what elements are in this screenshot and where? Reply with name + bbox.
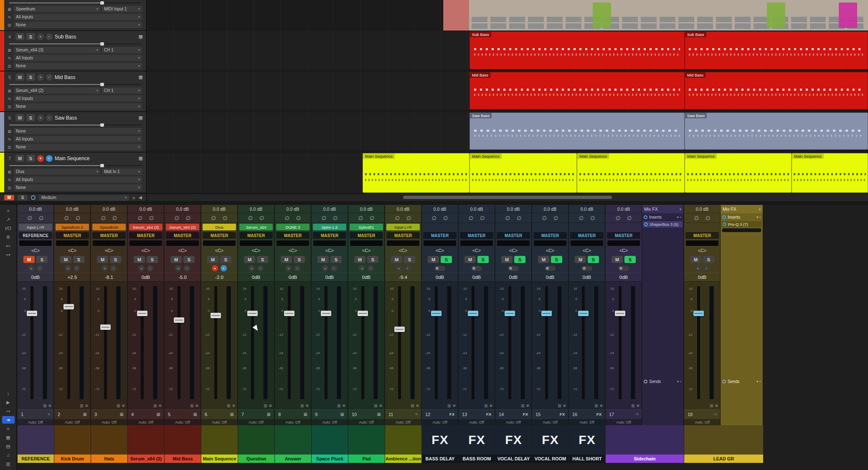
polarity-invert-button[interactable]: ∅ xyxy=(285,215,289,221)
pan-value[interactable]: <C> xyxy=(385,247,421,254)
record-arm-button[interactable]: ● xyxy=(249,265,255,271)
mono-toggle-button[interactable] xyxy=(471,266,482,271)
channel-name[interactable]: LEAD GR xyxy=(684,455,763,463)
pan-value[interactable]: <C> xyxy=(18,247,53,254)
fader-track[interactable] xyxy=(582,286,585,399)
solo-button[interactable]: S xyxy=(26,155,35,162)
selected-pattern-clip[interactable] xyxy=(443,0,469,31)
volume-value[interactable]: +2.5 xyxy=(54,273,90,281)
volume-value[interactable]: 0dB xyxy=(128,273,164,281)
meter-mode-icon[interactable]: ▥ xyxy=(484,404,488,408)
fader-track[interactable] xyxy=(178,286,180,399)
volume-value[interactable]: 0dB xyxy=(238,273,274,281)
midi-channel-select[interactable]: Midi In 1▾ xyxy=(102,169,142,175)
pan-slider[interactable] xyxy=(686,240,718,246)
piano-roll-icon[interactable]: ▦ xyxy=(139,115,143,120)
monitor-button[interactable]: ◐ xyxy=(294,265,300,271)
fader-handle[interactable] xyxy=(431,311,442,316)
input-gain-knob[interactable]: ∅ xyxy=(259,215,264,221)
polarity-invert-button[interactable]: ∅ xyxy=(64,215,69,221)
input-gain-knob[interactable]: ∅ xyxy=(149,215,154,221)
power-icon[interactable] xyxy=(722,215,726,219)
output-route-button[interactable]: MASTER xyxy=(570,232,604,239)
add-icon[interactable]: ⊕ xyxy=(599,404,603,408)
power-icon[interactable] xyxy=(644,222,648,226)
add-icon[interactable]: ⊕ xyxy=(379,404,382,408)
volume-value[interactable]: 0dB xyxy=(459,273,495,281)
automation-mode[interactable]: Auto: Off xyxy=(238,419,274,425)
solo-button[interactable]: S xyxy=(330,256,342,263)
mute-button[interactable]: M xyxy=(15,74,24,81)
input-gain-knob[interactable]: ∅ xyxy=(333,215,338,221)
mute-button[interactable]: M xyxy=(15,33,24,40)
record-arm-button[interactable]: ● xyxy=(175,265,181,271)
add-icon[interactable]: ⊕ xyxy=(342,404,345,408)
meter-mode-icon[interactable]: ▥ xyxy=(337,404,341,408)
input-gain-knob[interactable]: ∅ xyxy=(443,215,448,221)
add-icon[interactable]: ⊕ xyxy=(563,404,566,408)
channel-name[interactable]: VOCAL DELAY xyxy=(495,455,532,463)
midi-channel-select[interactable]: CH 1▾ xyxy=(102,47,142,53)
mute-button[interactable]: M xyxy=(391,256,402,263)
meter-mode-icon[interactable]: ▥ xyxy=(190,404,194,408)
add-icon[interactable]: ⊕ xyxy=(158,404,162,408)
monitor-button[interactable]: ◐ xyxy=(37,265,43,271)
pan-value[interactable]: <C> xyxy=(238,247,274,254)
groups-view-icon[interactable]: ▤ xyxy=(2,442,15,450)
solo-button[interactable]: S xyxy=(257,256,268,263)
meter-mode-icon[interactable]: ▥ xyxy=(594,404,598,408)
output-route-button[interactable]: MASTER xyxy=(313,232,346,239)
mute-button[interactable]: M xyxy=(15,114,24,121)
mute-button[interactable]: M xyxy=(60,256,71,263)
narrow-icon[interactable]: ▶ xyxy=(2,398,15,406)
detach-icon[interactable]: ↗ xyxy=(2,216,15,223)
channel-name[interactable]: REFERENCE xyxy=(18,455,54,463)
input-select[interactable]: All Inputs▾ xyxy=(14,55,142,61)
fader-handle[interactable] xyxy=(394,327,405,332)
solo-button[interactable]: S xyxy=(404,256,415,263)
pan-slider[interactable] xyxy=(19,240,52,246)
pan-value[interactable]: <C> xyxy=(128,247,164,254)
output-route-button[interactable]: MASTER xyxy=(56,232,89,239)
input-gain-knob[interactable]: ∅ xyxy=(370,215,374,221)
track-volume-slider[interactable] xyxy=(9,123,141,127)
pan-value[interactable]: <C> xyxy=(606,247,642,254)
polarity-invert-button[interactable]: ∅ xyxy=(211,215,216,221)
solo-button[interactable]: S xyxy=(703,256,714,263)
monitor-button[interactable]: ◐ xyxy=(46,74,53,81)
fader-track[interactable] xyxy=(398,286,401,399)
pan-slider[interactable] xyxy=(166,240,199,246)
instrument-button[interactable]: Sylenth1 xyxy=(350,224,383,230)
automation-mode[interactable]: Auto: Off xyxy=(18,419,53,425)
solo-button[interactable]: S xyxy=(26,114,35,121)
instrument-select[interactable]: None▾ xyxy=(14,128,142,134)
solo-all-button[interactable]: S xyxy=(18,195,28,200)
pan-slider[interactable] xyxy=(313,240,346,246)
fader-track[interactable] xyxy=(251,286,254,399)
add-insert-icon[interactable]: ▾ + xyxy=(677,215,682,219)
resize-icon[interactable]: ↕ xyxy=(2,390,15,397)
fader-track[interactable] xyxy=(472,286,475,399)
mute-button[interactable]: M xyxy=(612,256,623,263)
channel-name[interactable]: Kick Drum xyxy=(54,455,91,463)
monitor-button[interactable]: ◐ xyxy=(46,155,53,162)
solo-button[interactable]: S xyxy=(551,256,562,263)
slider-handle[interactable] xyxy=(100,123,104,127)
fader-track[interactable] xyxy=(435,286,438,399)
input-gain-value[interactable]: 0.0 dB xyxy=(422,205,458,213)
input-select[interactable]: All Inputs▾ xyxy=(14,95,142,102)
automation-mode[interactable]: Auto: Off xyxy=(532,419,568,425)
record-arm-button[interactable]: ● xyxy=(65,265,71,271)
mute-button[interactable]: M xyxy=(690,256,701,263)
power-icon[interactable] xyxy=(722,380,726,383)
add-icon[interactable]: ⊕ xyxy=(489,404,492,408)
input-gain-knob[interactable]: ∅ xyxy=(186,215,190,221)
record-arm-button[interactable]: ● xyxy=(102,265,108,271)
meter-mode-icon[interactable]: ▥ xyxy=(447,404,451,408)
instrument-button[interactable]: DUNE 3 xyxy=(276,224,310,230)
piano-roll-icon[interactable]: ▦ xyxy=(139,156,143,161)
mono-toggle-button[interactable] xyxy=(508,266,519,271)
insert-plugin[interactable]: ShaperBox 3 (5) xyxy=(643,221,683,227)
polarity-invert-button[interactable]: ∅ xyxy=(432,215,437,221)
pan-slider[interactable] xyxy=(607,240,640,246)
